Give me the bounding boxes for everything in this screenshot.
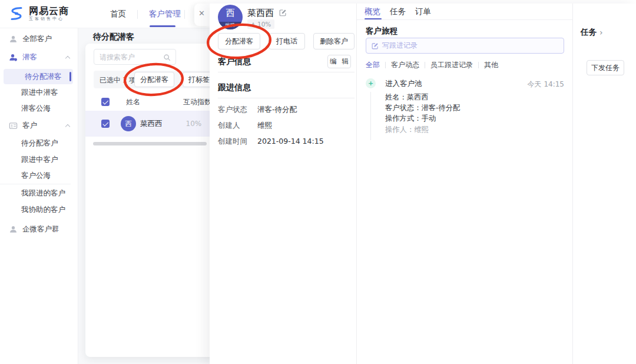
follow-info-title: 跟进信息	[218, 82, 251, 93]
close-icon[interactable]: ✕	[198, 9, 205, 18]
column-interaction: 互动指数	[183, 97, 211, 107]
tab-overview[interactable]: 概览	[365, 6, 380, 17]
search-icon[interactable]	[163, 54, 171, 61]
sidebar-item-all-customers[interactable]: 全部客户	[0, 32, 78, 46]
nav-divider	[184, 10, 185, 19]
delete-customer-button[interactable]: 删除客户	[313, 33, 355, 49]
logo-subtitle: 互客销售中心	[29, 16, 69, 22]
assign-prospect-button-detail[interactable]: 分配潜客	[218, 33, 260, 49]
page-title: 待分配潜客	[93, 32, 134, 42]
nav-active-underline	[150, 25, 175, 27]
avatar-edit-overlay[interactable]: 编辑	[218, 22, 243, 29]
brand-logo: 网易云商 互客销售中心	[8, 5, 69, 22]
task-column: 任务 › 下发任务	[572, 4, 636, 364]
filter-divider	[385, 62, 386, 68]
call-button[interactable]: 打电话	[269, 33, 305, 49]
section-divider	[218, 72, 355, 72]
timeline-time: 今天 14:15	[528, 80, 564, 90]
row-customer-name: 菜西西	[140, 119, 163, 129]
selected-count-text: 已选中1项	[100, 75, 136, 85]
horizontal-scrollbar[interactable]	[93, 142, 207, 145]
customer-avatar[interactable]: 西 编辑	[218, 5, 243, 29]
assign-prospect-button[interactable]: 分配潜客	[134, 72, 174, 87]
section-divider	[218, 98, 355, 98]
chevron-right-icon: ›	[599, 28, 603, 37]
timeline-plus-icon: +	[366, 78, 376, 88]
chevron-up-icon	[66, 124, 70, 128]
search-input[interactable]	[100, 49, 161, 64]
nav-divider	[137, 10, 138, 19]
tab-active-underline	[365, 18, 382, 19]
edit-name-icon[interactable]	[279, 9, 287, 16]
interaction-score-badge: 10%	[247, 19, 274, 29]
drawer-close-tab: ✕	[194, 4, 211, 26]
field-customer-status: 客户状态 潜客-待分配	[218, 105, 297, 115]
edit-info-button[interactable]: 编 辑	[327, 55, 351, 68]
overview-column: 概览 任务 订单 客户旅程 写跟进记录 全部 客户动态 员工跟进记录	[356, 4, 572, 364]
journey-title: 客户旅程	[366, 26, 398, 37]
select-all-checkbox[interactable]	[101, 98, 110, 106]
sidebar-item-prospect-pool[interactable]: 潜客公海	[0, 101, 78, 115]
timeline-event-title: 进入客户池	[385, 79, 422, 89]
sidebar: 全部客户 潜客 待分配潜客 跟进中潜客 潜客公海 客户 待分配客户	[0, 28, 78, 364]
follow-note-input[interactable]: 写跟进记录	[366, 38, 564, 54]
sidebar-group-prospects[interactable]: 潜客	[0, 50, 78, 64]
customer-info-title: 客户信息	[218, 57, 251, 67]
timeline-line	[370, 92, 371, 140]
nav-home[interactable]: 首页	[110, 9, 126, 19]
field-creator: 创建人 维熙	[218, 121, 272, 131]
avatar: 西	[121, 116, 136, 131]
sidebar-divider	[0, 184, 71, 184]
sidebar-item-pending-prospects[interactable]: 待分配潜客	[4, 69, 73, 84]
column-name: 姓名	[126, 97, 140, 107]
selected-count: 1	[122, 76, 127, 84]
task-panel-title[interactable]: 任务 ›	[581, 27, 603, 38]
chevron-up-icon	[66, 55, 70, 59]
droplet-icon	[251, 22, 256, 27]
app-root: 网易云商 互客销售中心 首页 客户管理 全部客户 潜客 待分配潜客	[0, 0, 636, 364]
sidebar-group-customers[interactable]: 客户	[0, 118, 78, 133]
write-icon	[372, 42, 379, 49]
customer-name: 菜西西	[247, 8, 274, 19]
filter-other[interactable]: 其他	[484, 60, 498, 70]
tab-order[interactable]: 订单	[415, 6, 431, 17]
customer-search-box	[94, 49, 176, 65]
note-placeholder: 写跟进记录	[382, 41, 418, 51]
filter-staff-records[interactable]: 员工跟进记录	[430, 60, 473, 70]
user-icon	[9, 35, 18, 44]
sidebar-item-my-assisting[interactable]: 我协助的客户	[0, 203, 78, 217]
tab-task[interactable]: 任务	[390, 6, 406, 17]
timeline-event-details: 姓名：菜西西 客户状态：潜客-待分配 操作方式：手动	[385, 92, 460, 124]
field-create-time: 创建时间 2021-09-14 14:15	[218, 137, 324, 147]
row-interaction-value: 10%	[186, 120, 202, 128]
dispatch-task-button[interactable]: 下发任务	[587, 60, 624, 75]
filter-customer-activity[interactable]: 客户动态	[391, 60, 419, 70]
logo-title: 网易云商	[29, 6, 69, 16]
filter-divider	[425, 62, 425, 68]
row-checkbox[interactable]	[101, 120, 110, 128]
filter-all[interactable]: 全部	[366, 60, 380, 70]
sidebar-item-following-prospects[interactable]: 跟进中潜客	[0, 85, 78, 100]
detail-tabbar: 概览 任务 订单	[357, 4, 573, 20]
sidebar-item-customer-pool[interactable]: 客户公海	[0, 168, 78, 183]
sidebar-item-my-following[interactable]: 我跟进的客户	[0, 186, 78, 200]
customer-detail-drawer: 西 编辑 菜西西 10% 分配潜客 打电话 删除客户 客户信息 编 辑 跟进信息…	[210, 4, 636, 364]
contact-card-icon	[9, 121, 18, 130]
user-group-icon	[9, 225, 18, 234]
sidebar-item-wecom-groups[interactable]: 企微客户群	[0, 222, 78, 236]
logo-icon	[8, 5, 25, 22]
sidebar-item-pending-customers[interactable]: 待分配客户	[0, 136, 78, 150]
prospect-icon	[9, 53, 18, 62]
timeline-operator: 操作人：维熙	[385, 125, 429, 135]
filter-divider	[478, 62, 479, 68]
selected-indicator-bar	[69, 72, 71, 81]
journey-filters: 全部 客户动态 员工跟进记录 其他	[366, 60, 498, 70]
nav-customer-management[interactable]: 客户管理	[149, 9, 181, 19]
sidebar-item-following-customers[interactable]: 跟进中客户	[0, 153, 78, 167]
